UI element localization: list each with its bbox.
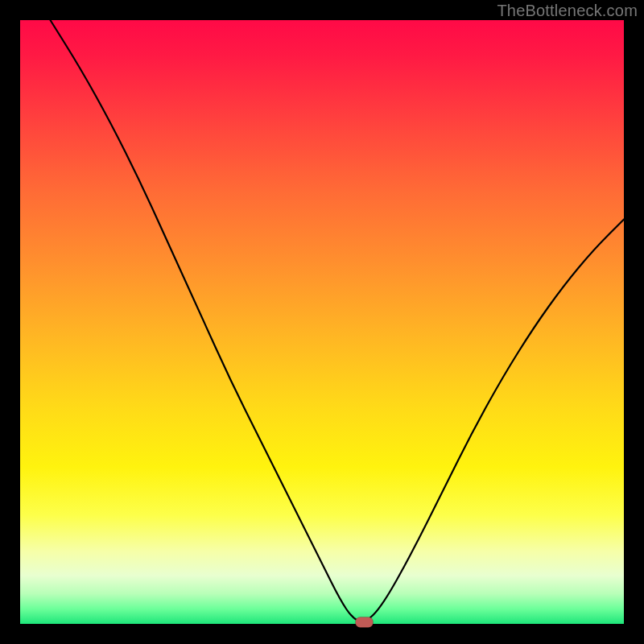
optimum-marker <box>356 617 374 628</box>
chart-svg <box>20 20 624 624</box>
chart-frame: TheBottleneck.com <box>0 0 644 644</box>
watermark-label: TheBottleneck.com <box>497 2 638 20</box>
plot-area <box>20 20 624 624</box>
bottleneck-curve <box>51 20 625 621</box>
